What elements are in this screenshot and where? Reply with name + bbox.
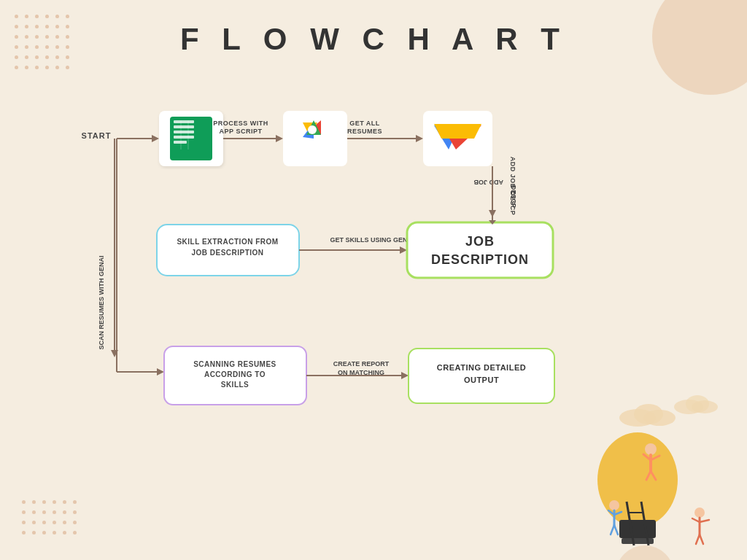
svg-text:JOB: JOB	[465, 234, 495, 249]
dot-grid-bottom-left	[22, 500, 80, 538]
svg-point-69	[674, 400, 703, 414]
svg-rect-73	[619, 520, 656, 538]
svg-rect-5	[174, 120, 194, 123]
svg-rect-7	[174, 131, 194, 133]
svg-marker-15	[276, 135, 283, 142]
svg-marker-59	[401, 372, 409, 379]
svg-point-67	[634, 404, 663, 424]
svg-marker-65	[489, 220, 496, 225]
svg-text:SKILLS: SKILLS	[221, 381, 249, 389]
svg-rect-26	[423, 111, 492, 166]
svg-point-70	[686, 395, 709, 413]
svg-marker-31	[489, 210, 496, 217]
svg-marker-50	[157, 368, 164, 376]
svg-rect-60	[409, 349, 554, 403]
svg-line-82	[643, 454, 651, 460]
svg-line-88	[608, 510, 614, 515]
svg-point-86	[609, 500, 619, 510]
svg-rect-52	[164, 346, 306, 405]
svg-line-91	[614, 525, 618, 534]
svg-point-68	[643, 410, 676, 426]
svg-marker-25	[416, 135, 423, 142]
svg-text:PROCESS WITH: PROCESS WITH	[213, 120, 268, 127]
svg-text:DESCRIPTION: DESCRIPTION	[431, 252, 529, 267]
svg-text:SCAN RESUMES WITH GENAI: SCAN RESUMES WITH GENAI	[98, 255, 105, 349]
svg-rect-3	[159, 111, 223, 166]
svg-rect-34	[157, 225, 299, 276]
svg-text:ON MATCHING: ON MATCHING	[338, 369, 384, 376]
svg-marker-29	[434, 124, 481, 139]
svg-point-21	[308, 125, 317, 134]
svg-text:ADD JOB DESCP: ADD JOB DESCP	[509, 157, 516, 216]
svg-text:CREATING DETAILED: CREATING DETAILED	[437, 363, 526, 372]
svg-text:RESUMES: RESUMES	[347, 128, 382, 135]
svg-text:ADD JOB: ADD JOB	[473, 179, 503, 186]
svg-marker-27	[434, 125, 460, 149]
svg-text:JOB DESCRIPTION: JOB DESCRIPTION	[191, 249, 263, 257]
illustration-svg	[506, 385, 732, 553]
svg-line-90	[611, 525, 614, 534]
svg-text:APP SCRIPT: APP SCRIPT	[220, 128, 263, 135]
svg-text:SKILL EXTRACTION FROM: SKILL EXTRACTION FROM	[177, 238, 278, 246]
svg-rect-16	[283, 111, 347, 166]
page-title: F L O W C H A R T	[0, 22, 747, 57]
svg-marker-39	[400, 246, 407, 254]
svg-point-92	[694, 508, 705, 518]
svg-marker-17	[310, 120, 321, 135]
svg-line-76	[641, 502, 649, 545]
svg-marker-28	[441, 125, 481, 149]
svg-rect-8	[174, 136, 194, 139]
svg-line-83	[651, 456, 659, 460]
svg-text:GET ALL: GET ALL	[349, 120, 380, 127]
svg-rect-9	[174, 141, 187, 144]
svg-point-66	[619, 409, 656, 427]
svg-rect-6	[174, 125, 194, 128]
svg-line-94	[692, 518, 700, 522]
svg-point-71	[692, 400, 718, 413]
svg-line-95	[700, 520, 709, 522]
svg-line-89	[614, 512, 622, 515]
svg-text:CREATE REPORT: CREATE REPORT	[333, 360, 390, 368]
svg-point-80	[645, 443, 657, 455]
svg-rect-4	[170, 117, 212, 160]
svg-line-85	[651, 471, 656, 480]
svg-line-96	[696, 534, 700, 544]
svg-marker-44	[111, 350, 118, 357]
svg-text:START: START	[82, 131, 112, 140]
svg-line-75	[627, 502, 634, 545]
svg-marker-18	[303, 122, 317, 137]
svg-text:DESCP: DESCP	[510, 185, 517, 208]
svg-text:ACCORDING TO: ACCORDING TO	[204, 370, 266, 378]
svg-text:GET SKILLS  USING GENAI: GET SKILLS USING GENAI	[330, 236, 414, 244]
svg-text:OUTPUT: OUTPUT	[464, 376, 499, 384]
svg-rect-74	[622, 538, 654, 544]
svg-line-97	[700, 534, 703, 544]
svg-marker-2	[152, 135, 159, 142]
svg-rect-40	[407, 222, 553, 278]
flowchart-svg: START PROCESS WITH APP SCRIPT GET ALL RE…	[44, 80, 700, 459]
svg-line-84	[646, 471, 651, 480]
svg-text:SCANNING RESUMES: SCANNING RESUMES	[193, 360, 276, 368]
svg-marker-20	[306, 120, 321, 135]
svg-point-72	[597, 432, 678, 527]
svg-marker-19	[303, 122, 314, 139]
deco-semi-circle	[616, 545, 674, 560]
